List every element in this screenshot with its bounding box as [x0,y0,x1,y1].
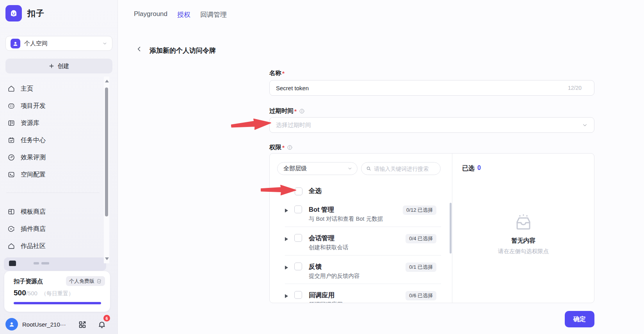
expand-caret-icon[interactable] [285,294,288,298]
permission-group-row: 反馈 提交用户的反馈内容 0/1 已选择 [270,263,452,292]
home-icon [7,85,15,93]
group-count-badge: 0/1 已选择 [406,263,436,272]
selected-header: 已选 0 [462,164,481,173]
task-icon [7,136,15,144]
expand-caret-icon[interactable] [285,266,288,270]
sidebar-item-template-store[interactable]: 模板商店 [5,203,99,220]
topnav-item[interactable]: 授权 [177,10,190,19]
group-count-badge: 0/4 已选择 [406,234,436,243]
sidebar-item-project-dev[interactable]: 项目开发 [5,97,99,114]
resource-card-title: 扣子资源点 [14,278,43,285]
char-counter: 12/20 [568,85,582,91]
workspace-label: 个人空间 [24,40,98,47]
topnav-item[interactable]: 回调管理 [200,10,227,19]
sidebar-menu: 主页 项目开发 资源库 任务中心 效果评测 空间配置 [5,80,99,183]
terminal-icon [7,171,15,179]
expire-label: 过期时间* [269,107,305,115]
plugin-store-icon [7,225,15,233]
sidebar-item-plugin-store[interactable]: 插件商店 [5,220,99,238]
search-icon [366,166,371,171]
group-checkbox[interactable] [294,234,302,242]
name-label: 名称* [269,69,285,77]
confirm-button[interactable]: 确定 [565,311,594,327]
row-divider [285,255,441,255]
scroll-up-arrow[interactable] [105,80,109,82]
apps-grid-button[interactable] [78,320,87,330]
name-input[interactable] [269,80,594,96]
group-count-badge: 0/6 已选择 [406,291,436,300]
plan-badge[interactable]: 个人免费版 [66,276,105,286]
expand-caret-icon[interactable] [285,209,288,213]
group-title: 回调应用 [309,291,334,300]
sidebar-item-clipped[interactable] [4,257,106,271]
empty-desc: 请在左侧勾选权限点 [452,248,594,255]
sidebar-divider [6,193,100,193]
gauge-icon [7,154,15,161]
select-all-checkbox[interactable] [295,188,302,195]
list-scrollbar-thumb[interactable] [450,203,452,254]
empty-inbox-icon [513,214,534,232]
empty-state: 暂无内容 请在左侧勾选权限点 [452,214,594,255]
topnav-item[interactable]: Playground [134,10,167,19]
library-icon [7,119,15,127]
group-checkbox[interactable] [294,263,302,270]
annotation-arrow-expire [231,116,272,132]
app-logo-icon[interactable] [5,5,22,21]
bot-icon [7,102,15,110]
sidebar-menu-secondary: 模板商店 插件商店 作品社区 [5,203,99,255]
community-icon [7,242,15,250]
create-button[interactable]: 创建 [5,59,112,73]
group-description: 提交用户的反馈内容 [309,272,360,280]
sidebar-scrollbar[interactable] [104,77,109,263]
sidebar-item-library[interactable]: 资源库 [5,114,99,132]
permission-group-list: Bot 管理 与 Bot 对话和查看 Bot 元数据 0/12 已选择 会话管理… [270,206,452,303]
workspace-avatar-icon [11,39,20,48]
template-store-icon [7,208,15,216]
bell-icon [98,320,106,329]
group-description: 与 Bot 对话和查看 Bot 元数据 [309,215,383,223]
permission-group-row: 会话管理 创建和获取会话 0/4 已选择 [270,235,452,263]
group-checkbox[interactable] [294,205,302,213]
user-name[interactable]: RootUser_210··· [22,321,76,328]
resource-card: 扣子资源点 个人免费版 500/500 （每日重置） [4,271,110,312]
group-checkbox[interactable] [294,291,302,299]
permission-search[interactable] [361,162,441,175]
group-count-badge: 0/12 已选择 [403,205,436,215]
notifications-button[interactable] [98,320,106,330]
row-divider [285,227,441,227]
scroll-down-arrow[interactable] [105,257,109,260]
chevron-down-icon [347,166,352,171]
workspace-selector[interactable]: 个人空间 [5,36,112,51]
level-filter-select[interactable]: 全部层级 [277,162,358,175]
row-divider [285,284,441,284]
group-description: 管理回调应用 [309,301,343,303]
permission-search-input[interactable] [374,166,436,172]
plan-ticket-icon [96,279,102,284]
chevron-down-icon [582,122,588,128]
group-title: Bot 管理 [309,205,334,214]
sidebar-item-home[interactable]: 主页 [5,80,99,97]
chevron-down-icon [102,41,107,46]
select-all-label: 全选 [309,187,322,195]
scrollbar-thumb[interactable] [105,88,108,216]
sidebar-item-task-center[interactable]: 任务中心 [5,132,99,149]
notification-badge: 6 [103,315,110,321]
points-progress-bar [14,302,101,304]
permissions-panel: 全部层级 全选 Bot 管理 与 Bot 对话和查看 Bot 元数据 0/12 … [269,153,594,303]
group-description: 创建和获取会话 [309,244,349,251]
sidebar-item-community[interactable]: 作品社区 [5,238,99,255]
app-window: 扣子 个人空间 创建 主页 项目开发 资源库 [0,0,644,334]
sidebar-item-space-config[interactable]: 空间配置 [5,166,99,183]
sidebar-item-evaluation[interactable]: 效果评测 [5,149,99,166]
group-title: 会话管理 [309,234,334,243]
back-button[interactable] [134,45,144,54]
user-avatar[interactable] [5,318,18,330]
empty-title: 暂无内容 [452,237,594,245]
page-title: 添加新的个人访问令牌 [149,46,216,55]
topnav: Playground授权回调管理 [134,10,227,19]
expire-select[interactable]: 选择过期时间 [269,117,594,133]
create-label: 创建 [58,63,69,70]
chevron-left-icon [136,46,142,52]
expand-caret-icon[interactable] [285,237,288,241]
permission-group-row: Bot 管理 与 Bot 对话和查看 Bot 元数据 0/12 已选择 [270,206,452,235]
